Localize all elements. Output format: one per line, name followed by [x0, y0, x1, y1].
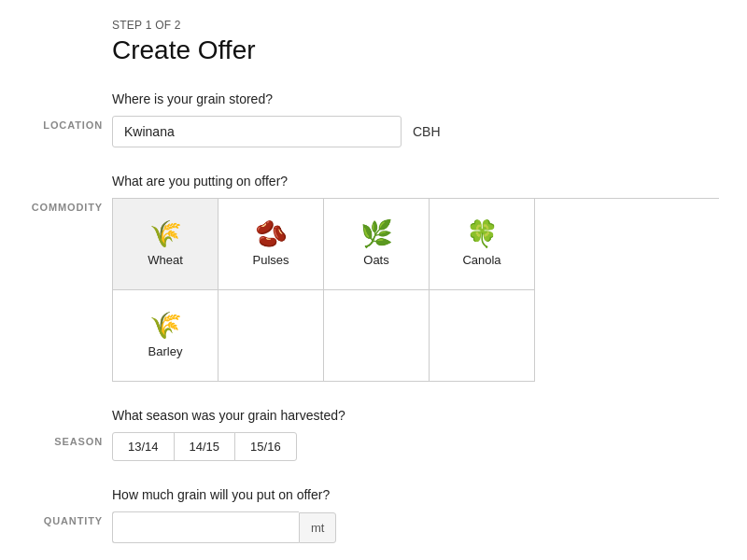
page-container: STEP 1 OF 2 Create Offer LOCATION Where … [0, 0, 747, 560]
wheat-label: Wheat [148, 253, 183, 267]
wheat-icon: 🌾 [149, 221, 182, 247]
location-field-group: Where is your grain stored? CBH [112, 91, 719, 147]
quantity-wrap: mt [112, 511, 719, 543]
commodity-barley[interactable]: 🌾 Barley [113, 290, 218, 382]
commodity-row: COMMODITY What are you putting on offer?… [112, 174, 719, 382]
season-btn-1415[interactable]: 14/15 [174, 432, 236, 461]
quantity-side-label: QUANTITY [19, 515, 103, 526]
oats-icon: 🌿 [360, 221, 393, 247]
location-row: LOCATION Where is your grain stored? CBH [112, 91, 719, 147]
commodity-empty-1 [218, 290, 324, 382]
quantity-unit: mt [299, 512, 336, 543]
commodity-empty-3 [430, 290, 535, 382]
barley-label: Barley [148, 344, 183, 358]
quantity-question: How much grain will you put on offer? [112, 487, 719, 502]
location-side-label: LOCATION [19, 119, 103, 131]
location-tag: CBH [413, 124, 441, 139]
canola-label: Canola [462, 253, 500, 267]
commodity-wheat[interactable]: 🌾 Wheat [113, 199, 218, 290]
canola-icon: 🍀 [466, 221, 499, 247]
season-group: 13/14 14/15 15/16 [112, 432, 719, 461]
quantity-field-group: How much grain will you put on offer? mt [112, 487, 719, 543]
location-input-wrap: CBH [112, 116, 719, 147]
location-input[interactable] [112, 116, 402, 147]
commodity-question: What are you putting on offer? [112, 174, 719, 189]
step-label: STEP 1 OF 2 [112, 19, 719, 32]
season-question: What season was your grain harvested? [112, 408, 719, 423]
season-field-group: What season was your grain harvested? 13… [112, 408, 719, 461]
season-side-label: SEASON [19, 436, 103, 447]
pulses-icon: 🫘 [255, 221, 288, 247]
commodity-canola[interactable]: 🍀 Canola [430, 199, 535, 290]
barley-icon: 🌾 [149, 313, 182, 339]
commodity-empty-2 [324, 290, 430, 382]
pulses-label: Pulses [252, 253, 289, 267]
season-btn-1314[interactable]: 13/14 [112, 432, 175, 461]
season-row: SEASON What season was your grain harves… [112, 408, 719, 461]
oats-label: Oats [363, 253, 388, 267]
season-btn-1516[interactable]: 15/16 [234, 432, 297, 461]
commodity-pulses[interactable]: 🫘 Pulses [218, 199, 324, 290]
commodity-side-label: COMMODITY [19, 202, 103, 213]
commodity-oats[interactable]: 🌿 Oats [324, 199, 430, 290]
commodity-field-group: What are you putting on offer? 🌾 Wheat 🫘… [112, 174, 719, 382]
location-question: Where is your grain stored? [112, 91, 719, 106]
quantity-input[interactable] [112, 511, 299, 543]
quantity-row: QUANTITY How much grain will you put on … [112, 487, 719, 543]
commodity-grid: 🌾 Wheat 🫘 Pulses 🌿 Oats 🍀 Canola 🌾 [112, 198, 719, 382]
page-title: Create Offer [112, 35, 719, 65]
